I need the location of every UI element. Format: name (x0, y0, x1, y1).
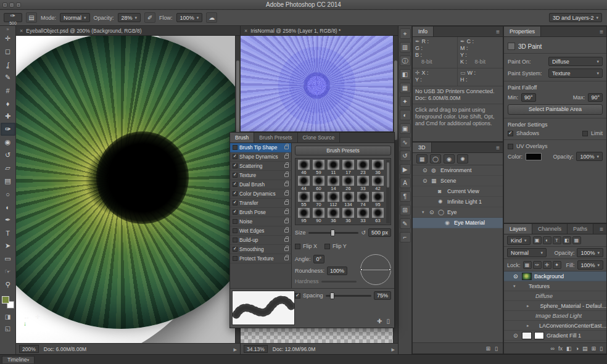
lock-icon[interactable] (284, 257, 289, 260)
panel-menu-icon[interactable] (597, 28, 606, 35)
angle-input[interactable]: 0° (313, 255, 325, 263)
brush-tip[interactable]: 11 (326, 160, 341, 175)
clone-stamp-tool[interactable]: ◉ (1, 136, 15, 149)
workspace-switcher[interactable]: 3D and Layers-2 (549, 13, 602, 22)
spacing-checkbox[interactable] (295, 293, 300, 299)
3d-tree-row[interactable]: ▾ ⊙ ◯ Eye (413, 207, 503, 218)
max-angle-input[interactable]: 90° (588, 93, 603, 102)
brush-presets-button[interactable]: Brush Presets (295, 146, 391, 155)
pressure-opacity-icon[interactable]: ✐ (144, 12, 155, 23)
brush-tip[interactable]: 112 (326, 192, 341, 207)
brush-option[interactable]: Protect Texture (230, 254, 291, 263)
size-slider[interactable] (308, 232, 359, 234)
lock-icon[interactable] (284, 192, 289, 196)
notes-panel-icon[interactable]: ✎ (400, 218, 411, 229)
visibility-eye-icon[interactable]: ⊙ (423, 167, 429, 173)
brush-tip[interactable]: 55 (297, 192, 311, 207)
brush-option[interactable]: Dual Brush (230, 180, 291, 189)
panel-menu-icon[interactable] (493, 28, 503, 35)
brush-option[interactable]: Noise (230, 217, 291, 226)
flow-select[interactable]: 100% (176, 13, 203, 22)
min-angle-input[interactable]: 90° (521, 93, 536, 102)
zoom-level[interactable]: 34.13% (244, 345, 268, 353)
brush-option[interactable]: Scattering (230, 162, 291, 171)
brush-tip[interactable]: 59 (312, 160, 326, 175)
measurement-panel-icon[interactable]: ⌐ (400, 232, 411, 242)
color-panel-icon[interactable]: ◧ (400, 69, 411, 80)
paint-system-select[interactable]: Texture (548, 68, 603, 78)
reset-size-icon[interactable] (361, 230, 366, 236)
lock-icon[interactable] (284, 247, 289, 251)
eraser-tool[interactable]: ▱ (1, 162, 15, 175)
paint-on-select[interactable]: Diffuse (548, 57, 603, 66)
path-selection-tool[interactable]: ➤ (1, 239, 15, 252)
layer-blend-mode-select[interactable]: Normal (507, 248, 547, 257)
link-layers-icon[interactable]: ∞ (551, 345, 555, 352)
blur-tool[interactable]: ○ (1, 188, 15, 201)
character-panel-icon[interactable]: A (400, 178, 411, 188)
brush-option[interactable]: Color Dynamics (230, 189, 291, 199)
visibility-eye-icon[interactable]: ⊙ (513, 333, 519, 339)
status-arrow-icon[interactable] (392, 346, 395, 352)
lock-pixels-icon[interactable]: ✑ (533, 261, 542, 269)
brush-tool[interactable]: ✑ (1, 123, 15, 136)
lock-icon[interactable] (284, 183, 289, 186)
uv-overlays-checkbox[interactable] (508, 144, 513, 149)
zoom-level[interactable]: 200% (19, 345, 39, 353)
new-brush-icon[interactable]: ✚ (377, 318, 382, 325)
status-arrow-icon[interactable] (234, 346, 237, 352)
layer-row[interactable]: Diffuse (504, 291, 606, 301)
brush-tip[interactable]: 95 (371, 192, 385, 207)
layer-group-icon[interactable]: ▤ (582, 345, 588, 352)
brush-tip[interactable]: 14 (326, 176, 341, 191)
filter-smart-objects-icon[interactable]: ▦ (572, 236, 581, 244)
brush-option[interactable]: Brush Pose (230, 208, 291, 217)
lock-icon[interactable] (284, 201, 289, 205)
swatches-panel-icon[interactable]: ▦ (400, 83, 411, 93)
navigator-panel-icon[interactable]: ⌖ (400, 28, 411, 39)
move-tool[interactable]: ✛ (1, 32, 15, 45)
flip-y-checkbox[interactable] (324, 244, 330, 249)
brush-option[interactable]: Wet Edges (230, 226, 291, 236)
3d-tree-row[interactable]: ⊙ ▦ Scene (413, 176, 503, 186)
lock-icon[interactable] (284, 210, 289, 214)
lock-position-icon[interactable]: ✛ (543, 261, 551, 269)
brush-option[interactable]: Brush Tip Shape (230, 143, 291, 152)
screen-mode-icon[interactable]: ◱ (5, 325, 10, 332)
close-doc-icon[interactable] (20, 28, 23, 34)
document-tab[interactable]: EyeballObject.psd @ 200% (Background, RG… (16, 26, 240, 36)
tab-brush[interactable]: Brush (230, 133, 254, 143)
layer-filter-kind-select[interactable]: Kind (507, 236, 531, 245)
quick-selection-tool[interactable]: ✎ (1, 71, 15, 84)
adjustments-panel-icon[interactable]: ◐ (400, 110, 411, 120)
brush-option[interactable]: Shape Dynamics (230, 152, 291, 162)
filter-materials-icon[interactable]: ◉ (444, 154, 455, 163)
brush-option-checkbox[interactable] (233, 182, 237, 187)
quick-mask-icon[interactable]: ◨ (5, 313, 10, 320)
tab-info[interactable]: Info (413, 27, 434, 36)
lasso-tool[interactable]: ʆ (1, 58, 15, 71)
brush-tip[interactable]: 42 (371, 176, 385, 191)
brush-tip[interactable]: 33 (356, 176, 370, 191)
disclosure-icon[interactable]: ▸ (527, 304, 531, 308)
overlay-color-swatch[interactable] (526, 153, 542, 160)
brush-option[interactable]: Smoothing (230, 245, 291, 254)
brush-option-checkbox[interactable] (233, 210, 237, 215)
brush-tip[interactable]: 36 (326, 208, 341, 223)
panel-menu-icon[interactable] (597, 226, 606, 233)
filter-type-layers-icon[interactable]: T (553, 236, 561, 244)
delete-brush-icon[interactable]: ▯ (386, 318, 390, 325)
lock-transparency-icon[interactable]: ▦ (523, 261, 532, 269)
opacity-select[interactable]: 28% (118, 13, 141, 22)
marquee-tool[interactable]: ◻ (1, 45, 15, 58)
pen-tool[interactable]: ✒ (1, 213, 15, 226)
flip-x-checkbox[interactable] (295, 244, 300, 249)
limit-checkbox[interactable] (582, 131, 588, 136)
layer-mask-icon[interactable]: ◧ (566, 345, 572, 352)
visibility-eye-icon[interactable]: ⊙ (423, 178, 429, 184)
brush-angle-control[interactable] (360, 254, 391, 285)
gradient-tool[interactable]: ▤ (1, 175, 15, 188)
brush-option-checkbox[interactable] (233, 145, 237, 150)
filter-lights-icon[interactable]: ✺ (457, 154, 468, 163)
brush-tip[interactable]: 26 (341, 176, 355, 191)
